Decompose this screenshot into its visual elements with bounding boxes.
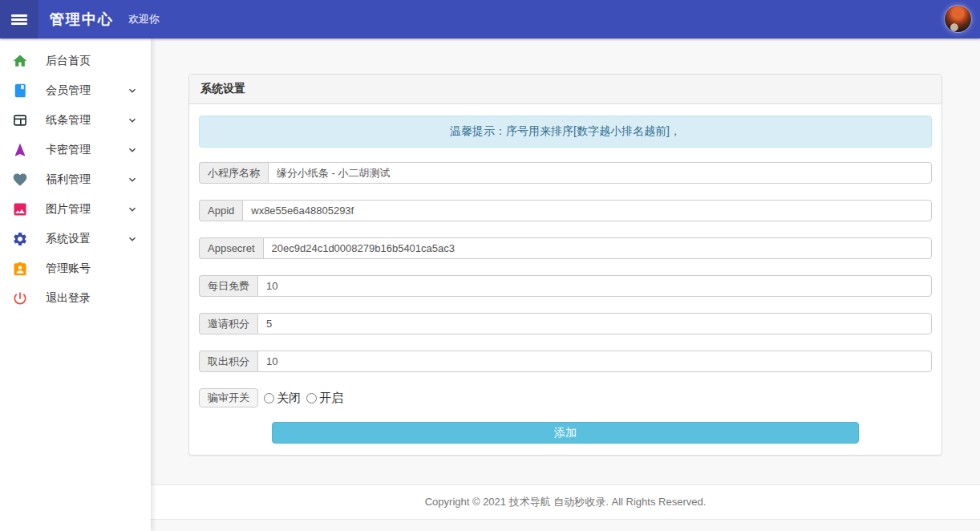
radio-option-on[interactable]: 开启 bbox=[306, 391, 343, 406]
radio-option-off[interactable]: 关闭 bbox=[264, 391, 301, 406]
user-avatar[interactable] bbox=[944, 5, 972, 33]
sidebar-item-notes[interactable]: 纸条管理 bbox=[0, 105, 151, 135]
sidebar-item-label: 图片管理 bbox=[46, 202, 127, 217]
sidebar-item-dashboard[interactable]: 后台首页 bbox=[0, 46, 151, 75]
form-row-appid: Appid bbox=[199, 200, 932, 221]
field-label-daily-free: 每日免费 bbox=[199, 275, 257, 297]
sidebar-item-label: 退出登录 bbox=[46, 291, 138, 306]
sidebar-item-cardkeys[interactable]: 卡密管理 bbox=[0, 135, 151, 164]
sidebar-item-logout[interactable]: 退出登录 bbox=[0, 283, 151, 313]
sidebar-item-admin-account[interactable]: 管理账号 bbox=[0, 253, 151, 283]
card-icon bbox=[12, 112, 28, 128]
copyright-text: Copyright © 2021 技术导航 自动秒收录. All Rights … bbox=[425, 496, 707, 508]
field-label-miniprogram-name: 小程序名称 bbox=[199, 162, 268, 184]
radio-option-off-label: 关闭 bbox=[277, 391, 301, 406]
chevron-down-icon bbox=[127, 174, 138, 185]
heart-icon bbox=[12, 172, 28, 188]
hamburger-glyph bbox=[11, 13, 27, 26]
sidebar-item-label: 福利管理 bbox=[46, 172, 127, 187]
chevron-down-icon bbox=[127, 233, 138, 245]
chevron-down-icon bbox=[127, 115, 138, 126]
miniprogram-name-input[interactable] bbox=[268, 162, 932, 184]
field-label-withdraw-points: 取出积分 bbox=[199, 351, 257, 372]
chevron-down-icon bbox=[127, 144, 138, 156]
field-label-appsecret: Appsecret bbox=[199, 237, 263, 259]
chevron-down-icon bbox=[127, 204, 138, 215]
form-row-invite-points: 邀请积分 bbox=[199, 313, 932, 334]
topbar: 管理中心 欢迎你 bbox=[0, 0, 980, 39]
app-title: 管理中心 bbox=[50, 10, 114, 29]
chevron-down-icon bbox=[127, 85, 138, 96]
footer: Copyright © 2021 技术导航 自动秒收录. All Rights … bbox=[151, 484, 980, 520]
radio-option-on-label: 开启 bbox=[319, 391, 343, 406]
invite-points-input[interactable] bbox=[257, 313, 932, 334]
power-icon bbox=[12, 290, 28, 306]
daily-free-input[interactable] bbox=[257, 275, 932, 297]
badge-icon bbox=[12, 261, 28, 277]
panel-title: 系统设置 bbox=[189, 75, 942, 104]
gear-icon bbox=[12, 231, 28, 247]
hamburger-icon[interactable] bbox=[0, 0, 38, 39]
sidebar-item-label: 会员管理 bbox=[46, 83, 127, 98]
home-icon bbox=[12, 53, 28, 69]
sidebar-item-label: 卡密管理 bbox=[46, 143, 127, 157]
form-row-appsecret: Appsecret bbox=[199, 237, 932, 259]
navigation-icon bbox=[12, 142, 28, 158]
audit-off-radio[interactable] bbox=[264, 393, 274, 403]
settings-panel: 系统设置 温馨提示：序号用来排序[数字越小排名越前]， 小程序名称 Appid … bbox=[188, 74, 942, 456]
sidebar-item-members[interactable]: 会员管理 bbox=[0, 75, 151, 105]
panel-body: 温馨提示：序号用来排序[数字越小排名越前]， 小程序名称 Appid Appse… bbox=[189, 104, 942, 455]
form-row-audit-switch: 骗审开关 关闭 开启 bbox=[199, 388, 932, 407]
field-label-audit-switch: 骗审开关 bbox=[199, 388, 258, 407]
sidebar-item-images[interactable]: 图片管理 bbox=[0, 194, 151, 224]
audit-on-radio[interactable] bbox=[306, 393, 317, 403]
book-icon bbox=[12, 83, 28, 99]
sidebar: 后台首页 会员管理 纸条管理 卡密管理 bbox=[0, 39, 151, 531]
field-label-invite-points: 邀请积分 bbox=[199, 313, 257, 334]
sidebar-item-label: 后台首页 bbox=[46, 54, 138, 68]
image-icon bbox=[12, 201, 28, 217]
add-button[interactable]: 添加 bbox=[272, 422, 858, 444]
field-label-appid: Appid bbox=[199, 200, 242, 221]
sidebar-item-label: 系统设置 bbox=[46, 232, 127, 246]
form-row-daily-free: 每日免费 bbox=[199, 275, 932, 297]
form-row-withdraw-points: 取出积分 bbox=[199, 351, 932, 372]
sidebar-item-label: 管理账号 bbox=[46, 261, 138, 276]
sidebar-item-label: 纸条管理 bbox=[46, 113, 127, 128]
sidebar-item-settings[interactable]: 系统设置 bbox=[0, 224, 151, 253]
info-alert: 温馨提示：序号用来排序[数字越小排名越前]， bbox=[199, 116, 932, 148]
withdraw-points-input[interactable] bbox=[257, 351, 932, 372]
appid-input[interactable] bbox=[242, 200, 932, 221]
form-row-miniprogram-name: 小程序名称 bbox=[199, 162, 932, 184]
appsecret-input[interactable] bbox=[263, 237, 932, 259]
sidebar-item-welfare[interactable]: 福利管理 bbox=[0, 164, 151, 194]
main-content: 系统设置 温馨提示：序号用来排序[数字越小排名越前]， 小程序名称 Appid … bbox=[151, 39, 980, 531]
admin-screen: 管理中心 欢迎你 后台首页 会员管理 纸条管理 bbox=[0, 0, 980, 531]
welcome-text: 欢迎你 bbox=[128, 12, 160, 26]
